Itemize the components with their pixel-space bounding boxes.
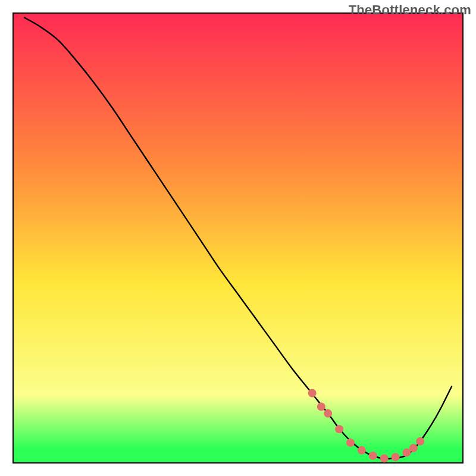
marker-dot bbox=[358, 446, 366, 455]
marker-dot bbox=[380, 454, 389, 462]
chart-container: TheBottleneck.com bbox=[0, 0, 476, 476]
watermark-text: TheBottleneck.com bbox=[349, 2, 471, 18]
gradient-background bbox=[13, 13, 463, 463]
marker-dot bbox=[346, 439, 355, 447]
marker-dot bbox=[317, 403, 325, 411]
marker-dot bbox=[409, 444, 418, 452]
marker-dot bbox=[335, 425, 343, 433]
marker-dot bbox=[369, 452, 377, 460]
bottleneck-chart bbox=[0, 0, 476, 476]
marker-dot bbox=[392, 453, 400, 461]
marker-dot bbox=[308, 389, 317, 397]
marker-dot bbox=[416, 437, 424, 446]
marker-dot bbox=[324, 409, 332, 418]
